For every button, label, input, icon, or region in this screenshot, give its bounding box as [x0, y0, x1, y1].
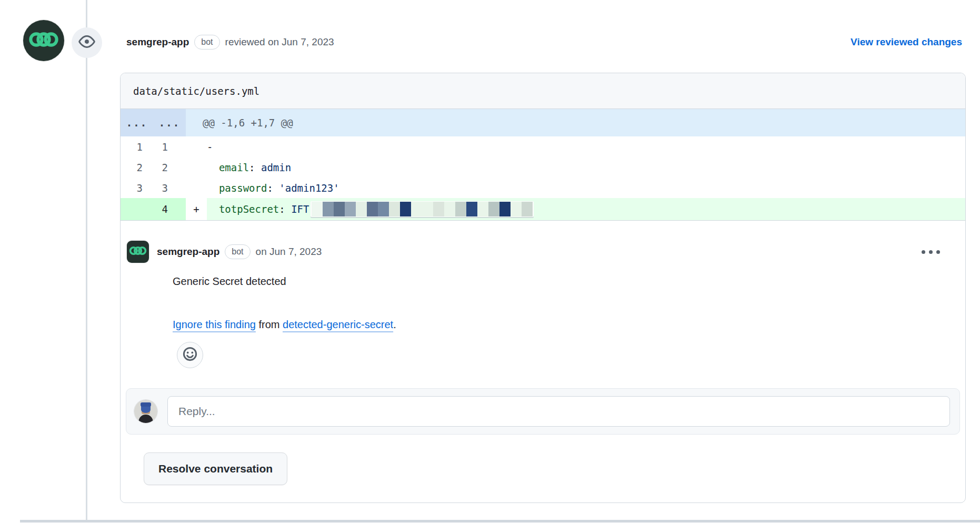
section-divider [20, 520, 980, 523]
ignore-finding-link[interactable]: Ignore this finding [173, 319, 256, 330]
redacted-secret-block [312, 202, 323, 216]
line-number-new: 4 [153, 198, 186, 220]
line-number-new: 1 [153, 136, 186, 157]
code-segment: email [219, 162, 249, 173]
diff-line-content: password: 'admin123' [207, 178, 965, 198]
redacted-secret-block [522, 202, 533, 216]
rule-link[interactable]: detected-generic-secret [283, 319, 393, 330]
review-event-badge [72, 27, 102, 58]
diff-sign [186, 178, 207, 198]
pr-review-thread: semgrep-app bot reviewed on Jun 7, 2023 … [0, 0, 980, 532]
diff-line: 3 3 password: 'admin123' [121, 178, 965, 198]
review-author-name[interactable]: semgrep-app [126, 36, 189, 48]
line-number-new: 2 [153, 157, 186, 178]
user-avatar-photo[interactable] [134, 400, 157, 423]
redacted-secret-block [455, 202, 466, 216]
code-segment: IFT [291, 203, 309, 215]
smiley-icon [182, 346, 198, 364]
code-segment: - [207, 141, 213, 153]
diff-sign: + [186, 198, 207, 220]
redacted-secret-block [477, 202, 488, 216]
kebab-horizontal-icon[interactable] [918, 247, 943, 257]
code-segment: : [267, 182, 279, 194]
semgrep-logo-icon [129, 242, 147, 262]
comment-author-avatar[interactable] [127, 241, 149, 263]
timeline-line [86, 0, 87, 521]
line-number-old: 2 [121, 157, 153, 178]
code-segment: totpSecret [219, 203, 279, 215]
add-reaction-button[interactable] [177, 342, 203, 368]
redacted-secret-block [444, 202, 455, 216]
bot-badge: bot [194, 35, 219, 50]
review-action-text: reviewed on Jun 7, 2023 [225, 36, 334, 48]
line-number-old: 1 [121, 136, 153, 157]
code-segment: admin [261, 162, 291, 173]
line-number-new: 3 [153, 178, 186, 198]
diff-line-content: email: admin [207, 157, 965, 178]
semgrep-logo-icon [28, 24, 59, 57]
code-segment: 'admin123' [279, 182, 339, 194]
diff-hunk-row: ... ... @@ -1,6 +1,7 @@ [121, 109, 965, 136]
comment-footer-links: Ignore this finding from detected-generi… [173, 319, 943, 334]
redacted-secret-block [466, 202, 477, 216]
redacted-secret-block [499, 202, 511, 216]
line-number-old: 3 [121, 178, 153, 198]
code-segment: : [249, 162, 261, 173]
comment-body-text: Generic Secret detected [173, 275, 943, 290]
redacted-secret [311, 201, 534, 217]
view-reviewed-changes-link[interactable]: View reviewed changes [851, 36, 962, 48]
diff-hunk-header: @@ -1,6 +1,7 @@ [186, 109, 965, 136]
eye-icon [78, 33, 95, 52]
redacted-secret-block [433, 202, 444, 216]
redacted-secret-block [356, 202, 367, 216]
review-header: semgrep-app bot reviewed on Jun 7, 2023 … [126, 29, 962, 55]
reply-bar [126, 388, 960, 435]
expand-hunk-new-button[interactable]: ... [153, 117, 186, 129]
diff-line: 4 + totpSecret: IFT [121, 198, 965, 220]
diff-hunk-gutter: ... ... [121, 109, 186, 136]
expand-hunk-old-button[interactable]: ... [121, 117, 153, 129]
redacted-secret-block [422, 202, 433, 216]
comment-meta-date: on Jun 7, 2023 [256, 246, 322, 258]
code-segment: password [219, 182, 267, 194]
diff-line: 2 2 email: admin [121, 157, 965, 178]
code-segment: : [279, 203, 291, 215]
diff-line: 1 1 - [121, 136, 965, 157]
diff-line-content: totpSecret: IFT [207, 198, 965, 220]
diff-code-rows: 1 1 - 2 2 email: admin 3 3 password: 'ad… [121, 136, 965, 221]
review-author-avatar[interactable] [23, 20, 64, 61]
resolve-conversation-button[interactable]: Resolve conversation [144, 452, 287, 485]
diff-file-header: data/static/users.yml [121, 73, 965, 109]
line-number-old [121, 198, 153, 220]
bot-badge: bot [225, 244, 250, 259]
diff-sign [186, 136, 207, 157]
redacted-secret-block [488, 202, 499, 216]
redacted-secret-block [334, 202, 345, 216]
comment-author-name[interactable]: semgrep-app [157, 246, 219, 258]
code-segment [207, 203, 219, 215]
code-segment [207, 162, 219, 173]
file-path-link[interactable]: data/static/users.yml [133, 85, 259, 97]
reply-input[interactable] [167, 396, 950, 427]
redacted-secret-block [389, 202, 400, 216]
code-segment [207, 182, 219, 194]
redacted-secret-block [400, 202, 411, 216]
redacted-secret-block [411, 202, 422, 216]
redacted-secret-block [323, 202, 334, 216]
redacted-secret-block [378, 202, 389, 216]
review-thread-card: data/static/users.yml ... ... @@ -1,6 +1… [120, 73, 966, 503]
redacted-secret-block [367, 202, 378, 216]
comment-header: semgrep-app bot on Jun 7, 2023 [127, 240, 943, 264]
diff-sign [186, 157, 207, 178]
redacted-secret-block [345, 202, 356, 216]
redacted-secret-block [511, 202, 522, 216]
links-period: . [393, 319, 396, 330]
diff-line-content: - [207, 136, 965, 157]
links-middle-text: from [256, 319, 283, 330]
